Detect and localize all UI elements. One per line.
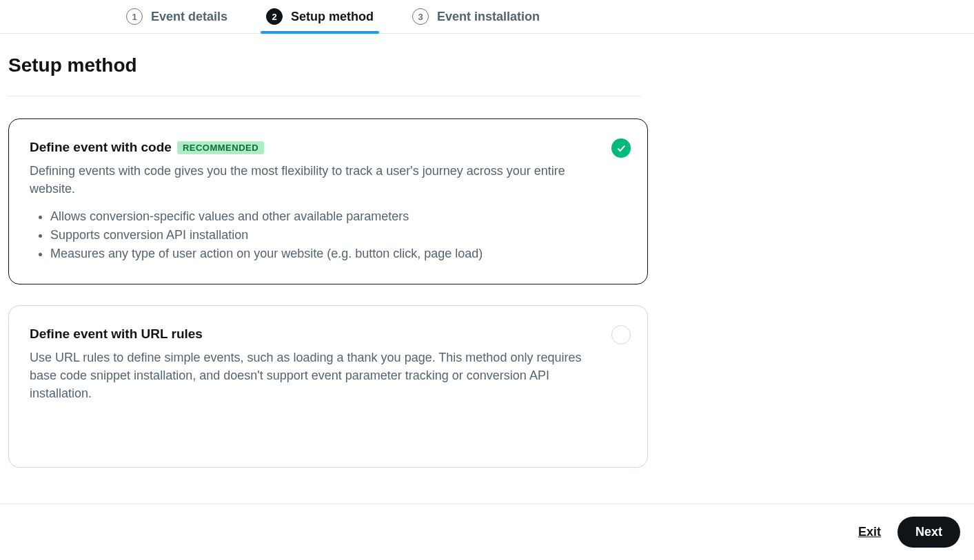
step-label-3: Event installation: [437, 10, 540, 24]
step-event-installation[interactable]: 3 Event installation: [407, 0, 545, 25]
wizard-footer: Exit Next: [0, 504, 974, 560]
step-number-1: 1: [126, 8, 143, 25]
radio-circle-icon: [611, 325, 631, 344]
page-title: Setup method: [8, 54, 662, 76]
step-label-1: Event details: [151, 10, 227, 24]
bullet-item: Measures any type of user action on your…: [50, 245, 627, 263]
step-number-3: 3: [412, 8, 429, 25]
bullet-item: Supports conversion API installation: [50, 226, 627, 245]
main-content: Setup method Define event with code RECO…: [0, 34, 662, 468]
step-event-details[interactable]: 1 Event details: [121, 0, 233, 25]
option-define-with-url[interactable]: Define event with URL rules Use URL rule…: [8, 305, 648, 468]
option-title-code: Define event with code: [30, 140, 172, 155]
wizard-stepper: 1 Event details 2 Setup method 3 Event i…: [0, 0, 974, 34]
option-title-url: Define event with URL rules: [30, 326, 203, 342]
option-bullets-code: Allows conversion-specific values and ot…: [30, 207, 627, 263]
step-label-2: Setup method: [291, 10, 374, 24]
option-desc-code: Defining events with code gives you the …: [30, 162, 609, 198]
check-icon: [611, 138, 631, 158]
recommended-badge: RECOMMENDED: [177, 141, 264, 154]
radio-unselected[interactable]: [611, 325, 631, 344]
step-setup-method[interactable]: 2 Setup method: [261, 0, 379, 25]
radio-selected[interactable]: [611, 138, 631, 158]
option-define-with-code[interactable]: Define event with code RECOMMENDED Defin…: [8, 118, 648, 284]
title-divider: [8, 96, 641, 96]
next-button[interactable]: Next: [897, 517, 960, 548]
exit-button[interactable]: Exit: [855, 519, 884, 545]
option-desc-url: Use URL rules to define simple events, s…: [30, 349, 609, 402]
step-number-2: 2: [266, 8, 283, 25]
bullet-item: Allows conversion-specific values and ot…: [50, 207, 627, 226]
